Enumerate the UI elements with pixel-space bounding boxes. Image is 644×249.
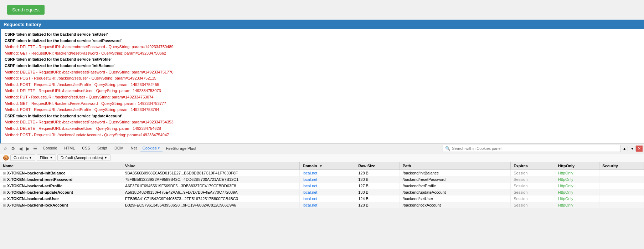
- tab-script[interactable]: Script: [94, 144, 111, 152]
- tab-cookies-label: Cookies: [143, 146, 157, 150]
- tab-firestorage[interactable]: FireStorage Plus!: [163, 145, 200, 152]
- cookie-value-cell: 75F9B5612239S2AF9589B42C...4DD62B8700A72…: [122, 176, 300, 183]
- log-entry: CSRF token initialized for the backend s…: [5, 38, 640, 44]
- cookie-path-cell: /backend/initBalance: [400, 170, 510, 177]
- tab-html[interactable]: HTML: [61, 144, 78, 152]
- domain-link[interactable]: local.net: [303, 177, 317, 182]
- cookie-httponly-cell: HttpOnly: [555, 202, 599, 208]
- default-cookies-button[interactable]: Default (Accept cookies) ▼: [57, 154, 110, 161]
- log-entry: Method: GET - RequestURI: /backend/reset…: [5, 50, 640, 57]
- col-header-security[interactable]: Security: [599, 162, 644, 170]
- httponly-value: HttpOnly: [558, 197, 573, 201]
- cookie-domain-cell[interactable]: local.net: [300, 195, 355, 202]
- send-request-button[interactable]: Send request: [7, 5, 45, 15]
- table-row[interactable]: ⊞X-TOKEN--backend-setUserEFB95A41C71B42C…: [0, 195, 644, 202]
- cookie-domain-cell[interactable]: local.net: [300, 189, 355, 195]
- requests-history-header: Requests history: [0, 20, 644, 29]
- expand-icon[interactable]: ⊞: [3, 178, 6, 182]
- cookie-name-cell: ⊞X-TOKEN--backend-setUser: [0, 195, 122, 202]
- col-header-path[interactable]: Path: [400, 162, 510, 170]
- cookie-rawsize-cell: 124 B: [355, 195, 400, 202]
- col-header-name[interactable]: Name: [0, 162, 122, 170]
- devtools-icon-back[interactable]: ◀: [17, 145, 24, 152]
- default-cookies-label: Default (Accept cookies): [61, 156, 103, 160]
- table-row[interactable]: ⊞X-TOKEN--backend-resetPassword75F9B5612…: [0, 176, 644, 183]
- search-next-button[interactable]: ▼: [629, 146, 636, 151]
- devtools-icon-list[interactable]: ☰: [31, 145, 39, 152]
- filter-dropdown-icon: ▼: [50, 156, 53, 159]
- col-header-expires[interactable]: Expires: [511, 162, 555, 170]
- cookie-value-cell: A5618D48249130F475E42AA6...9FD7D7B0F4EA7…: [122, 189, 300, 195]
- cookie-security-cell: [599, 195, 644, 202]
- expand-icon[interactable]: ⊞: [3, 171, 6, 175]
- devtools-icon-settings[interactable]: ⚙: [9, 145, 17, 152]
- domain-link[interactable]: local.net: [303, 203, 317, 207]
- log-entry: Method: DELETE - RequestURI: /backend/se…: [5, 88, 640, 94]
- search-container: 🔍: [443, 145, 621, 152]
- cookie-domain-cell[interactable]: local.net: [300, 183, 355, 189]
- cookie-expires-cell: Session: [511, 189, 555, 195]
- cookies-table-container[interactable]: Name Value Domain ▼ Raw Size Path Expire…: [0, 162, 644, 208]
- cookie-domain-cell[interactable]: local.net: [300, 170, 355, 177]
- expires-value: Session: [514, 171, 527, 175]
- domain-link[interactable]: local.net: [303, 184, 317, 188]
- table-row[interactable]: ⊞X-TOKEN--backend-updateAccountA5618D482…: [0, 189, 644, 195]
- expand-icon[interactable]: ⊞: [3, 197, 6, 201]
- table-row[interactable]: ⊞X-TOKEN--backend-lockAccountB029FEC5796…: [0, 202, 644, 208]
- search-prev-button[interactable]: ▲: [621, 146, 628, 151]
- expand-icon[interactable]: ⊞: [3, 203, 6, 207]
- httponly-value: HttpOnly: [558, 171, 573, 175]
- table-row[interactable]: ⊞X-TOKEN--backend-initBalance9BA8566B096…: [0, 170, 644, 177]
- cookie-name: X-TOKEN--backend-setProfile: [7, 184, 62, 188]
- cookie-value-cell: 9BA8566B0968E6A5D0151E27...B6D8DB817C19F…: [122, 170, 300, 177]
- col-header-httponly[interactable]: HttpOnly: [555, 162, 599, 170]
- domain-link[interactable]: local.net: [303, 171, 317, 175]
- requests-history-content[interactable]: CSRF token initialized for the backend s…: [0, 29, 644, 143]
- filter-button[interactable]: Filter ▼: [37, 154, 56, 161]
- cookie-path-cell: /backend/setUser: [400, 195, 510, 202]
- search-close-button[interactable]: ✕: [636, 146, 643, 152]
- domain-link[interactable]: local.net: [303, 197, 317, 201]
- col-header-domain[interactable]: Domain ▼: [300, 162, 355, 170]
- tab-css[interactable]: CSS: [78, 144, 94, 152]
- cookie-httponly-cell: HttpOnly: [555, 170, 599, 177]
- httponly-value: HttpOnly: [558, 190, 573, 194]
- devtools-icon-star[interactable]: ☆: [1, 145, 9, 152]
- cookie-expires-cell: Session: [511, 202, 555, 208]
- httponly-value: HttpOnly: [558, 177, 573, 182]
- tab-net[interactable]: Net: [127, 144, 140, 152]
- domain-link[interactable]: local.net: [303, 190, 317, 194]
- cookie-name: X-TOKEN--backend-updateAccount: [7, 190, 73, 194]
- tab-cookies[interactable]: Cookies ▼: [140, 144, 163, 152]
- expires-value: Session: [514, 177, 527, 182]
- cookie-httponly-cell: HttpOnly: [555, 176, 599, 183]
- log-entry: Method: DELETE - RequestURI: /backend/re…: [5, 69, 640, 76]
- table-row[interactable]: ⊞X-TOKEN--backend-setProfileA6F3F61E6945…: [0, 183, 644, 189]
- cookie-value-cell: A6F3F61E69455619F569DF5...3DB38337DF4179…: [122, 183, 300, 189]
- search-icon: 🔍: [445, 146, 450, 151]
- cookies-dropdown-button[interactable]: Cookies ▼: [10, 154, 35, 161]
- cookie-security-cell: [599, 183, 644, 189]
- col-header-rawsize[interactable]: Raw Size: [355, 162, 400, 170]
- search-nav-buttons: ▲ ▼: [621, 146, 636, 151]
- cookie-domain-cell[interactable]: local.net: [300, 176, 355, 183]
- log-entry: Method: PUT - RequestURI: /backend/setUs…: [5, 94, 640, 101]
- expires-value: Session: [514, 184, 527, 188]
- expand-icon[interactable]: ⊞: [3, 190, 6, 194]
- tab-console[interactable]: Console: [39, 144, 61, 152]
- cookie-path-cell: /backend/resetPassword: [400, 176, 510, 183]
- devtools-bar: ☆ ⚙ ◀ ▶ ☰ Console HTML CSS Script DOM Ne…: [0, 143, 644, 153]
- cookies-icon: 🍪: [3, 155, 9, 161]
- default-dropdown-icon: ▼: [104, 156, 107, 159]
- log-entry: CSRF token initialized for the backend s…: [5, 31, 640, 38]
- cookies-label: Cookies: [14, 156, 28, 160]
- col-header-value[interactable]: Value: [122, 162, 300, 170]
- tab-dom[interactable]: DOM: [111, 144, 127, 152]
- cookie-rawsize-cell: 130 B: [355, 176, 400, 183]
- cookie-domain-cell[interactable]: local.net: [300, 202, 355, 208]
- log-entry: Method: POST - RequestURI: /backend/setU…: [5, 75, 640, 82]
- devtools-icon-forward[interactable]: ▶: [24, 145, 31, 152]
- search-input[interactable]: [452, 146, 618, 151]
- expand-icon[interactable]: ⊞: [3, 184, 6, 188]
- cookie-httponly-cell: HttpOnly: [555, 189, 599, 195]
